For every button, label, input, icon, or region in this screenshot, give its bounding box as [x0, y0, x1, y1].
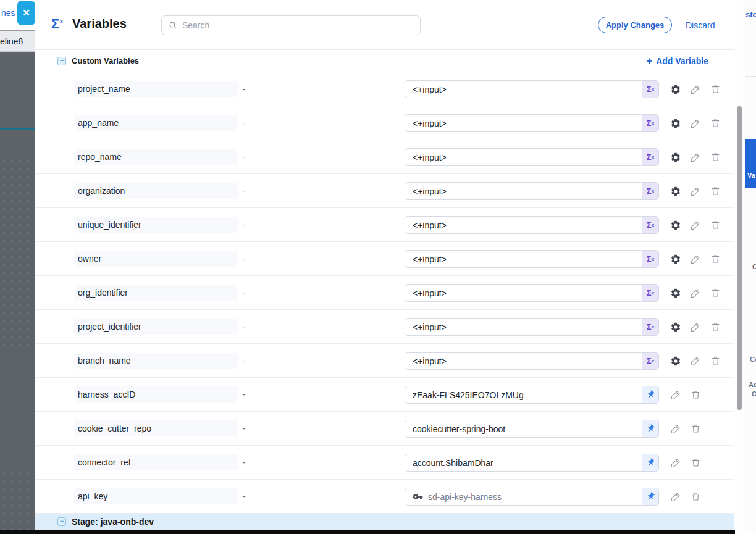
- variable-value-input[interactable]: <+input> Σx: [405, 216, 659, 234]
- pencil-icon: [670, 457, 681, 469]
- edit-icon-button[interactable]: [690, 186, 701, 197]
- runtime-input-badge[interactable]: Σx: [642, 353, 658, 369]
- variable-type: -: [243, 356, 246, 365]
- variable-name[interactable]: harness_accID: [74, 386, 238, 403]
- variable-name[interactable]: organization: [74, 183, 238, 199]
- delete-icon-button[interactable]: [710, 84, 721, 95]
- delete-icon-button[interactable]: [690, 457, 701, 469]
- delete-icon-button[interactable]: [710, 356, 721, 367]
- variable-name[interactable]: org_identifier: [74, 285, 238, 301]
- close-icon: ✕: [22, 7, 30, 19]
- edit-icon-button[interactable]: [690, 84, 701, 95]
- trash-icon: [710, 288, 721, 298]
- add-variable-button[interactable]: + Add Variable: [646, 56, 708, 66]
- runtime-input-badge[interactable]: Σx: [642, 319, 658, 335]
- collapse-icon[interactable]: −: [57, 517, 66, 526]
- variable-name[interactable]: branch_name: [74, 353, 238, 369]
- variable-value-input[interactable]: <+input> Σx: [405, 148, 659, 166]
- edit-icon-button[interactable]: [690, 118, 701, 129]
- delete-icon-button[interactable]: [710, 254, 721, 265]
- delete-icon-button[interactable]: [710, 322, 721, 333]
- pin-badge[interactable]: [642, 488, 658, 505]
- runtime-input-badge[interactable]: Σx: [642, 115, 658, 131]
- variable-value-input[interactable]: <+input> Σx: [405, 318, 659, 336]
- trash-icon: [691, 457, 701, 468]
- variable-value-input[interactable]: <+input> Σx: [405, 284, 659, 302]
- variable-value-text: account.ShibamDhar: [413, 458, 494, 468]
- delete-icon-button[interactable]: [710, 118, 721, 129]
- edit-icon-button[interactable]: [690, 322, 701, 333]
- edit-icon-button[interactable]: [670, 491, 681, 503]
- runtime-input-badge[interactable]: Σx: [642, 183, 658, 199]
- delete-icon-button[interactable]: [690, 390, 701, 401]
- screen: { "chrome": { "breadcrumb_partial": "nes…: [0, 0, 756, 534]
- delete-icon-button[interactable]: [690, 491, 701, 503]
- runtime-input-badge[interactable]: Σx: [642, 285, 658, 301]
- variable-value-input[interactable]: account.ShibamDhar: [405, 454, 659, 472]
- sigma-icon: Σx: [51, 16, 63, 32]
- settings-icon-button[interactable]: [670, 84, 681, 95]
- settings-icon-button[interactable]: [670, 356, 681, 367]
- scrollbar-thumb[interactable]: [737, 106, 742, 410]
- row-actions: [670, 310, 721, 344]
- variable-value-input[interactable]: <+input> Σx: [405, 80, 659, 98]
- collapse-icon[interactable]: −: [57, 57, 66, 65]
- runtime-input-badge[interactable]: Σx: [642, 81, 658, 98]
- edit-icon-button[interactable]: [690, 254, 701, 265]
- edit-icon-button[interactable]: [690, 220, 701, 231]
- variable-name[interactable]: app_name: [74, 115, 238, 131]
- settings-icon-button[interactable]: [670, 118, 681, 129]
- variable-value-input[interactable]: <+input> Σx: [405, 182, 659, 200]
- runtime-input-badge[interactable]: Σx: [642, 149, 658, 165]
- delete-icon-button[interactable]: [710, 152, 721, 163]
- pin-badge[interactable]: [642, 420, 658, 437]
- settings-icon-button[interactable]: [670, 152, 681, 163]
- pipeline-tab[interactable]: eline8: [0, 31, 35, 52]
- runtime-input-badge[interactable]: Σx: [642, 217, 658, 233]
- search-input[interactable]: [182, 20, 420, 30]
- delete-icon-button[interactable]: [710, 186, 721, 197]
- variable-value-input[interactable]: zEaak-FLS425IEO7OLzMUg: [405, 386, 659, 404]
- close-button[interactable]: ✕: [17, 1, 35, 25]
- edit-icon-button[interactable]: [670, 423, 681, 435]
- canvas-divider: [0, 128, 35, 130]
- variable-value-input[interactable]: <+input> Σx: [405, 114, 659, 132]
- edit-icon-button[interactable]: [690, 288, 701, 299]
- variable-value: <+input>: [405, 115, 642, 131]
- edit-icon-button[interactable]: [670, 390, 681, 401]
- variable-name[interactable]: cookie_cutter_repo: [74, 420, 238, 436]
- variable-name[interactable]: owner: [74, 251, 238, 267]
- discard-button[interactable]: Discard: [686, 20, 715, 30]
- variable-name[interactable]: api_key: [74, 488, 238, 504]
- pin-badge[interactable]: [642, 454, 658, 471]
- settings-icon-button[interactable]: [670, 186, 681, 197]
- settings-icon-button[interactable]: [670, 254, 681, 265]
- runtime-input-badge[interactable]: Σx: [642, 251, 658, 267]
- delete-icon-button[interactable]: [690, 423, 701, 435]
- variable-name[interactable]: unique_identifier: [74, 217, 238, 233]
- settings-icon-button[interactable]: [670, 288, 681, 299]
- settings-icon-button[interactable]: [670, 220, 681, 231]
- variable-value-input[interactable]: <+input> Σx: [405, 352, 659, 370]
- variable-row: cookie_cutter_repo - cookiecutter-spring…: [35, 412, 734, 446]
- history-link[interactable]: stor: [746, 10, 756, 19]
- variable-type: -: [243, 220, 246, 230]
- variable-name[interactable]: project_identifier: [74, 319, 238, 335]
- variable-value-input[interactable]: sd-api-key-harness: [405, 488, 659, 506]
- pin-badge[interactable]: [642, 386, 658, 403]
- variable-name[interactable]: repo_name: [74, 149, 238, 165]
- settings-icon-button[interactable]: [670, 322, 681, 333]
- variable-name[interactable]: project_name: [74, 81, 238, 97]
- edit-icon-button[interactable]: [690, 152, 701, 163]
- delete-icon-button[interactable]: [710, 220, 721, 231]
- apply-changes-button[interactable]: Apply Changes: [598, 17, 672, 33]
- breadcrumb[interactable]: nes: [1, 8, 15, 18]
- variable-value-input[interactable]: cookiecutter-spring-boot: [405, 420, 659, 438]
- edit-icon-button[interactable]: [670, 457, 681, 469]
- variable-value-input[interactable]: <+input> Σx: [405, 250, 659, 268]
- variable-value: <+input>: [405, 319, 642, 335]
- edit-icon-button[interactable]: [690, 356, 701, 367]
- variables-rail-tab[interactable]: Va: [746, 139, 756, 188]
- variable-name[interactable]: connector_ref: [74, 454, 238, 470]
- delete-icon-button[interactable]: [710, 288, 721, 299]
